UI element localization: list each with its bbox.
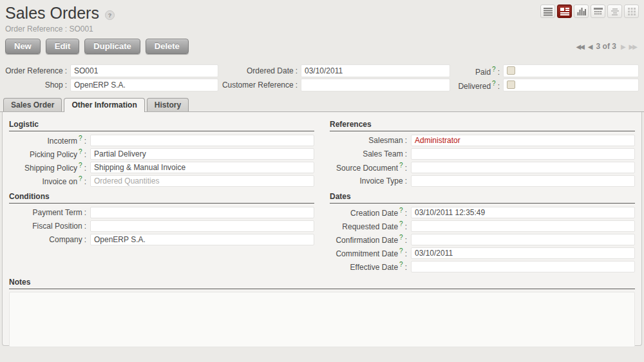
logistic-section-title: Logistic <box>9 116 314 131</box>
invoice-type-field[interactable] <box>411 175 635 187</box>
references-section-title: References <box>330 116 635 131</box>
shipping-policy-label: Shipping Policy?: <box>9 162 86 173</box>
record-pager: ◀◀ ◀ 3 of 3 ▶ ▶▶ <box>576 42 639 51</box>
shipping-policy-field[interactable]: Shipping & Manual Invoice <box>90 162 314 173</box>
delivered-label: Delivered?: <box>453 80 500 91</box>
creation-date-field[interactable]: 03/10/2011 12:35:49 <box>411 207 635 218</box>
ordered-date-field[interactable]: 03/10/2011 <box>301 64 450 77</box>
toolbar: New Edit Duplicate Delete ◀◀ ◀ 3 of 3 ▶ … <box>0 33 644 58</box>
delivered-field <box>503 79 639 91</box>
duplicate-button[interactable]: Duplicate <box>84 39 140 54</box>
confirmation-date-field[interactable] <box>411 234 635 245</box>
invoice-on-label: Invoice on?: <box>9 175 86 186</box>
incoterm-field[interactable] <box>90 135 314 146</box>
creation-date-label: Creation Date?: <box>330 207 407 218</box>
dates-section-title: Dates <box>330 188 635 204</box>
delivered-checkbox[interactable] <box>507 81 515 89</box>
customer-reference-field[interactable] <box>301 79 450 91</box>
confirmation-date-label: Confirmation Date?: <box>330 234 407 245</box>
incoterm-help-icon: ? <box>79 135 82 142</box>
requested-date-label: Requested Date?: <box>330 220 407 231</box>
confirmation-date-help-icon: ? <box>399 234 403 241</box>
view-switcher <box>540 5 639 18</box>
effective-date-field[interactable] <box>411 261 635 272</box>
paid-label: Paid?: <box>453 66 500 77</box>
notes-section-title: Notes <box>9 274 635 289</box>
order-reference-field[interactable]: SO001 <box>70 64 218 77</box>
picking-policy-field[interactable]: Partial Delivery <box>90 148 314 160</box>
picking-policy-help-icon: ? <box>79 148 82 155</box>
edit-button[interactable]: Edit <box>46 39 80 54</box>
delete-button[interactable]: Delete <box>146 39 189 54</box>
notebook-tabs: Sales Order Other Information History <box>0 98 644 112</box>
picking-policy-label: Picking Policy?: <box>9 148 86 159</box>
new-button[interactable]: New <box>5 39 41 54</box>
commitment-date-label: Commitment Date?: <box>330 247 407 258</box>
salesman-field[interactable]: Administrator <box>411 135 635 146</box>
paid-help-icon: ? <box>492 66 496 73</box>
sales-team-field[interactable] <box>411 148 635 160</box>
fiscal-position-label: Fiscal Position: <box>9 222 86 231</box>
page-header: Sales Orders ? Order Reference : SO001 <box>0 0 644 33</box>
invoice-on-help-icon: ? <box>79 175 82 182</box>
incoterm-label: Incoterm?: <box>9 135 86 146</box>
paid-field <box>503 64 639 77</box>
kanban-view-icon[interactable] <box>624 5 639 18</box>
paid-checkbox[interactable] <box>507 66 515 75</box>
other-information-panel: Logistic Incoterm?: Picking Policy?: Par… <box>2 112 642 346</box>
company-field[interactable]: OpenERP S.A. <box>90 234 314 245</box>
first-record-icon[interactable]: ◀◀ <box>576 43 583 50</box>
effective-date-help-icon: ? <box>399 261 403 268</box>
page-title: Sales Orders <box>5 4 99 23</box>
right-column: References Salesman: Administrator Sales… <box>330 116 635 274</box>
previous-record-icon[interactable]: ◀ <box>588 43 592 50</box>
left-column: Logistic Incoterm?: Picking Policy?: Par… <box>9 116 314 274</box>
breadcrumb: Order Reference : SO001 <box>5 24 639 33</box>
requested-date-help-icon: ? <box>399 220 403 227</box>
effective-date-label: Effective Date?: <box>330 261 407 272</box>
conditions-section-title: Conditions <box>9 188 314 204</box>
invoice-on-field: Ordered Quantities <box>90 175 314 187</box>
company-label: Company: <box>9 235 86 244</box>
creation-date-help-icon: ? <box>399 207 403 214</box>
ordered-date-label: Ordered Date: <box>222 66 298 75</box>
shop-field[interactable]: OpenERP S.A. <box>70 79 218 91</box>
commitment-date-help-icon: ? <box>399 247 403 254</box>
tab-other-information[interactable]: Other Information <box>64 98 144 112</box>
next-record-icon[interactable]: ▶ <box>621 43 625 50</box>
gantt-view-icon[interactable] <box>607 5 622 18</box>
payment-term-label: Payment Term: <box>9 208 86 217</box>
order-reference-label: Order Reference: <box>5 66 67 75</box>
source-document-field[interactable] <box>411 162 635 173</box>
tab-sales-order[interactable]: Sales Order <box>3 98 62 111</box>
pager-text: 3 of 3 <box>596 42 616 51</box>
delivered-help-icon: ? <box>492 80 496 87</box>
tab-history[interactable]: History <box>147 98 189 111</box>
list-view-icon[interactable] <box>540 5 555 18</box>
source-document-help-icon: ? <box>399 162 403 169</box>
title-help-icon[interactable]: ? <box>105 10 115 20</box>
invoice-type-label: Invoice Type: <box>330 176 407 186</box>
fiscal-position-field[interactable] <box>90 220 314 232</box>
notes-textarea[interactable] <box>9 292 635 347</box>
salesman-label: Salesman: <box>330 136 407 145</box>
shop-label: Shop: <box>5 81 67 90</box>
last-record-icon[interactable]: ▶▶ <box>629 43 636 50</box>
form-view-icon[interactable] <box>557 5 572 18</box>
source-document-label: Source Document?: <box>330 162 407 173</box>
payment-term-field[interactable] <box>90 207 314 218</box>
form-header-fields: Order Reference: SO001 Ordered Date: 03/… <box>0 58 644 93</box>
sales-team-label: Sales Team: <box>330 149 407 158</box>
shipping-policy-help-icon: ? <box>79 162 82 169</box>
calendar-view-icon[interactable] <box>591 5 605 18</box>
graph-view-icon[interactable] <box>574 5 589 18</box>
commitment-date-field[interactable]: 03/10/2011 <box>411 247 635 259</box>
requested-date-field[interactable] <box>411 220 635 232</box>
customer-reference-label: Customer Reference: <box>222 81 298 90</box>
